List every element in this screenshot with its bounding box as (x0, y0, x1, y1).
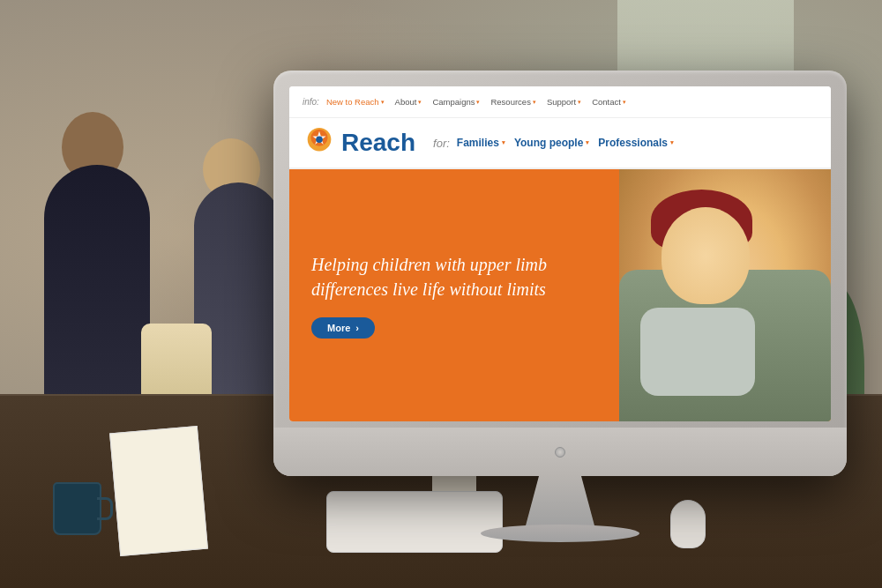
logo-text: Reach (341, 129, 415, 157)
for-label: for: (433, 137, 450, 150)
nav-for-young-people[interactable]: Young people ▾ (514, 137, 589, 149)
monitor-wrapper: info: New to Reach ▾ About ▾ Cam (273, 71, 873, 529)
more-button-label: More (327, 323, 350, 333)
baby-body (640, 308, 755, 396)
chevron-down-icon: ▾ (533, 99, 536, 106)
chevron-down-icon: ▾ (502, 139, 505, 146)
hero-image-right (619, 169, 831, 421)
website: info: New to Reach ▾ About ▾ Cam (289, 86, 831, 421)
monitor-power-button (555, 447, 565, 458)
monitor-stand (525, 476, 595, 529)
nav-for-professionals[interactable]: Professionals ▾ (598, 137, 674, 149)
monitor-base (481, 525, 639, 542)
nav-link-campaigns[interactable]: Campaigns ▾ (432, 97, 480, 107)
monitor-chin (273, 428, 847, 476)
hero-content-left: Helping children with upper limb differe… (289, 169, 619, 421)
chevron-down-icon: ▾ (586, 139, 589, 146)
monitor: info: New to Reach ▾ About ▾ Cam (273, 71, 847, 476)
chevron-down-icon: ▾ (623, 99, 626, 106)
nav-link-resources[interactable]: Resources ▾ (490, 97, 535, 107)
info-label: info: (303, 97, 319, 107)
baby-photo (619, 169, 831, 421)
svg-point-3 (316, 136, 323, 143)
nav-link-label: Contact (592, 97, 621, 107)
nav-link-label: Support (547, 97, 576, 107)
nav-for-label: Families (457, 137, 499, 149)
baby-face (662, 207, 750, 304)
desk-notebook (109, 426, 208, 556)
nav-link-support[interactable]: Support ▾ (547, 97, 581, 107)
desk-mug (53, 482, 101, 535)
reach-logo-icon (303, 126, 336, 160)
nav-link-contact[interactable]: Contact ▾ (592, 97, 626, 107)
nav-for-links: Families ▾ Young people ▾ Professionals … (457, 137, 674, 149)
nav-link-label: Campaigns (432, 97, 475, 107)
nav-link-label: Resources (490, 97, 530, 107)
monitor-bezel: info: New to Reach ▾ About ▾ Cam (273, 71, 847, 476)
nav-top-bar: info: New to Reach ▾ About ▾ Cam (289, 86, 831, 118)
nav-link-new-to-reach[interactable]: New to Reach ▾ (326, 97, 385, 107)
nav-top-links: New to Reach ▾ About ▾ Campaigns ▾ (326, 97, 626, 107)
monitor-screen: info: New to Reach ▾ About ▾ Cam (289, 86, 831, 421)
hero-title: Helping children with upper limb differe… (311, 252, 597, 301)
nav-link-label: New to Reach (326, 97, 379, 107)
more-button[interactable]: More › (311, 317, 375, 339)
nav-for-families[interactable]: Families ▾ (457, 137, 505, 149)
arrow-icon: › (355, 323, 359, 333)
nav-for-label: Professionals (598, 137, 668, 149)
nav-for-label: Young people (514, 137, 583, 149)
chevron-down-icon: ▾ (578, 99, 581, 106)
person-left-body (44, 165, 150, 412)
nav-link-about[interactable]: About ▾ (395, 97, 422, 107)
chevron-down-icon: ▾ (381, 99, 385, 106)
chevron-down-icon: ▾ (418, 99, 422, 106)
logo-area[interactable]: Reach (303, 126, 415, 160)
chevron-down-icon: ▾ (476, 99, 480, 106)
hero-section: Helping children with upper limb differe… (289, 169, 831, 421)
chevron-down-icon: ▾ (670, 139, 674, 146)
nav-main-bar: Reach for: Families ▾ Young people ▾ (289, 118, 831, 169)
nav-link-label: About (395, 97, 417, 107)
